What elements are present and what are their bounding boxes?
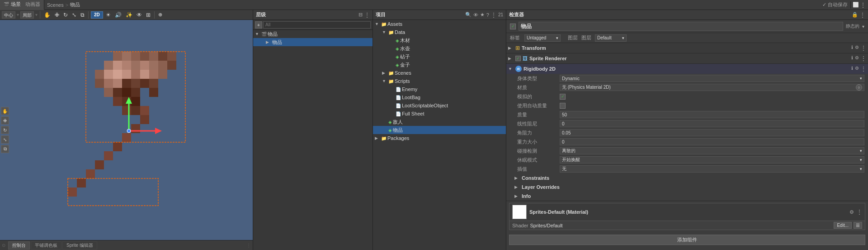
tree-item-packages[interactable]: ▶ 📁 Packages	[373, 134, 506, 142]
rigidbody2d-settings-icon[interactable]: ⚙	[855, 66, 859, 72]
tool-icon-2[interactable]: ✙	[53, 12, 61, 18]
hierarchy-lock-icon[interactable]: ⊟	[359, 12, 363, 18]
hierarchy-tab-label[interactable]: 层级	[256, 11, 266, 18]
tree-item-scripts[interactable]: ▼ 📁 Scripts	[373, 77, 506, 85]
tree-item-anvil[interactable]: ◈ 砧子	[373, 53, 506, 61]
hierarchy-add-btn[interactable]: +	[255, 21, 262, 29]
project-menu-icon[interactable]: ⋮	[491, 12, 496, 18]
info-section[interactable]: ▶ Info	[506, 192, 868, 201]
tree-item-scenes[interactable]: ▶ 📁 Scenes	[373, 69, 506, 77]
tool-icon-1[interactable]: ✋	[42, 12, 52, 18]
gravity-field[interactable]: 0	[560, 138, 864, 145]
inspector-tab-label[interactable]: 检查器	[509, 11, 524, 18]
animator-tab-label[interactable]: 动画器	[25, 1, 40, 8]
project-star-icon[interactable]: ★	[480, 12, 485, 18]
hierarchy-menu-icon[interactable]: ⋮	[364, 12, 370, 18]
auto-mass-checkbox[interactable]	[560, 103, 566, 109]
local-button[interactable]: 局部	[20, 11, 34, 19]
rigidbody2d-menu-icon[interactable]: ⋮	[861, 66, 866, 72]
tile-palette-tab[interactable]: 平铺调色板	[31, 241, 61, 250]
project-tab-label[interactable]: 项目	[376, 11, 386, 18]
sprite-renderer-settings-icon[interactable]: ⚙	[855, 55, 859, 62]
console-tab[interactable]: 控制台	[8, 241, 30, 250]
auto-save-label[interactable]: ✓ 自动保存	[822, 1, 848, 8]
object-active-checkbox[interactable]: ✓	[510, 24, 516, 29]
scene-viewport[interactable]: ✋ ✙ ↻ ⤡ ⧉	[0, 20, 253, 240]
layer-overrides-section[interactable]: ▶ Layer Overrides	[506, 183, 868, 192]
project-eye-icon[interactable]: 👁	[473, 12, 478, 18]
rect-tool-btn[interactable]: ⧉	[1, 145, 9, 153]
tree-item-fullsheet[interactable]: 📄 Full Sheet	[373, 110, 506, 118]
material-menu-btn[interactable]: ⋮	[857, 209, 862, 215]
shader-menu-btn[interactable]: ☰	[854, 222, 862, 229]
rigidbody2d-header[interactable]: ▼ R Rigidbody 2D ℹ ⚙ ⋮	[506, 64, 868, 74]
2d-button[interactable]: 2D	[91, 11, 103, 19]
sprite-editor-tab[interactable]: Sprite 编辑器	[62, 241, 97, 250]
simulated-checkbox[interactable]: ✓	[560, 94, 566, 100]
scenes-link[interactable]: Scenes	[47, 2, 64, 8]
sprite-renderer-menu-icon[interactable]: ⋮	[861, 55, 866, 62]
move-tool-btn[interactable]: ✙	[1, 116, 9, 125]
center-button[interactable]: 中心	[2, 11, 15, 19]
tool-icon-4[interactable]: ⤡	[71, 12, 78, 18]
tree-item-item-prefab[interactable]: ◈ 物品	[373, 126, 506, 134]
static-dropdown-icon[interactable]: ▾	[862, 24, 864, 29]
object-link[interactable]: 物品	[70, 1, 80, 8]
hand-tool-btn[interactable]: ✋	[1, 107, 9, 115]
tree-item-assets[interactable]: ▼ 📁 Assets	[373, 20, 506, 28]
tool-icon-5[interactable]: ⧉	[79, 12, 86, 18]
tag-dropdown[interactable]: Untagged ▾	[524, 34, 561, 42]
tree-item-enemy[interactable]: 📄 Enemy	[373, 85, 506, 93]
rb-material-field[interactable]: 无 (Physics Material 2D) ○	[560, 84, 864, 91]
linear-drag-field[interactable]: 0	[560, 120, 864, 127]
hierarchy-scene-item[interactable]: ▼ 🎬 物品	[253, 30, 373, 38]
inspector-lock-icon[interactable]: 🔒	[852, 12, 858, 18]
edit-button[interactable]: Edit...	[834, 222, 852, 229]
tree-item-gold[interactable]: ◈ 金子	[373, 61, 506, 69]
effects-icon[interactable]: ✨	[124, 12, 134, 18]
lighting-icon[interactable]: ☀	[104, 12, 112, 18]
mass-field[interactable]: 50	[560, 111, 864, 118]
sprite-renderer-info-icon[interactable]: ℹ	[851, 55, 853, 62]
project-search-icon[interactable]: 🔍	[465, 12, 472, 18]
transform-settings-icon[interactable]: ⚙	[855, 45, 859, 51]
transform-header[interactable]: ▶ ⊞ Transform ℹ ⚙ ⋮	[506, 43, 868, 53]
collision-detection-dropdown[interactable]: 离散的 ▾	[560, 147, 864, 154]
tree-item-data[interactable]: ▼ 📁 Data	[373, 28, 506, 36]
add-component-button[interactable]: 添加组件	[509, 235, 865, 245]
material-select-btn[interactable]: ○	[856, 84, 862, 91]
interpolate-dropdown[interactable]: 无 ▾	[560, 165, 864, 173]
layer-dropdown[interactable]: Default ▾	[595, 34, 627, 42]
project-question-icon[interactable]: ?	[486, 12, 489, 18]
gizmos-icon[interactable]: ⊕	[157, 12, 164, 18]
hierarchy-search-input[interactable]	[263, 21, 371, 29]
sleep-mode-dropdown[interactable]: 开始换醒 ▾	[560, 156, 864, 163]
tree-item-enemy-prefab[interactable]: ◈ 敌人	[373, 118, 506, 126]
tree-item-lootbag[interactable]: 📄 LootBag	[373, 93, 506, 101]
sprite-renderer-header[interactable]: ▶ ✓ 🖼 Sprite Renderer ℹ ⚙ ⋮	[506, 53, 868, 63]
angular-drag-field[interactable]: 0.05	[560, 129, 864, 136]
sprite-renderer-checkbox[interactable]: ✓	[515, 56, 521, 61]
scene-tab-label[interactable]: 场景	[11, 1, 21, 8]
rotate-tool-btn[interactable]: ↻	[1, 126, 9, 134]
audio-icon[interactable]: 🔊	[113, 12, 123, 18]
inspector-menu-icon[interactable]: ⋮	[860, 12, 865, 18]
tree-item-kettle[interactable]: ◈ 水壶	[373, 44, 506, 53]
maximize-icon[interactable]: ⬜	[853, 2, 859, 8]
grid-icon[interactable]: ⊞	[145, 12, 152, 18]
tree-item-lootscriptable[interactable]: 📄 LootScriptableObject	[373, 101, 506, 110]
transform-info-icon[interactable]: ℹ	[851, 45, 853, 51]
body-type-dropdown[interactable]: Dynamic ▾	[560, 75, 864, 82]
scale-tool-btn[interactable]: ⤡	[1, 135, 9, 144]
transform-menu-icon[interactable]: ⋮	[861, 45, 866, 51]
tool-icon-3[interactable]: ↻	[62, 12, 69, 18]
hierarchy-object-item[interactable]: ▶ 物品	[253, 38, 373, 46]
tree-item-wood[interactable]: ◈ 木材	[373, 36, 506, 44]
menu-dots-icon[interactable]: ⋮	[860, 1, 866, 9]
object-name-field[interactable]	[519, 22, 843, 31]
rigidbody2d-info-icon[interactable]: ℹ	[851, 66, 853, 72]
body-type-row: 身体类型 Dynamic ▾	[506, 74, 868, 83]
hidden-obj-icon[interactable]: 👁	[135, 12, 143, 18]
constraints-section[interactable]: ▶ Constraints	[506, 173, 868, 183]
material-settings-btn[interactable]: ⚙	[849, 209, 854, 215]
